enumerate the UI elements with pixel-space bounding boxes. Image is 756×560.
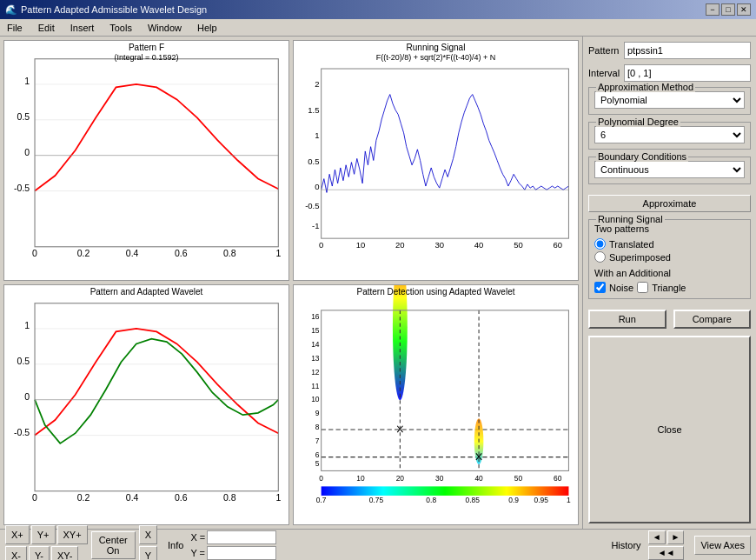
maximize-button[interactable]: □ [721,3,735,16]
menu-insert[interactable]: Insert [67,22,98,34]
translated-radio[interactable] [594,238,606,250]
svg-text:50: 50 [514,474,523,483]
xyplus-button[interactable]: XY+ [57,525,88,544]
svg-text:8: 8 [315,423,320,431]
svg-text:40: 40 [474,474,483,483]
center-on-label: On [107,545,120,556]
poly-degree-title: Polynomial Degree [596,117,680,127]
history-back-button[interactable]: ◄◄ [648,546,685,560]
compare-button[interactable]: Compare [673,310,752,329]
menu-bar: File Edit Insert Tools Window Help [0,19,756,37]
approx-method-select[interactable]: Polynomial Spline Wavelet [594,91,745,109]
svg-text:1: 1 [567,496,571,504]
svg-text:9: 9 [315,409,320,417]
svg-text:0: 0 [24,391,30,402]
menu-tools[interactable]: Tools [106,22,136,34]
view-axes-button[interactable]: View Axes [694,536,751,555]
svg-text:0: 0 [32,492,37,503]
running-signal-plot[interactable]: Running Signal F((t-20)/8) + sqrt(2)*F((… [293,40,579,281]
pattern-input[interactable] [624,42,751,59]
svg-text:0.75: 0.75 [369,496,384,504]
svg-text:0.95: 0.95 [534,496,549,504]
history-label: History [611,540,640,550]
menu-window[interactable]: Window [144,22,185,34]
detection-svg: 16 15 14 13 12 11 10 9 8 7 6 5 0 10 20 3… [294,285,578,524]
svg-text:12: 12 [311,368,320,377]
svg-text:0: 0 [319,474,323,483]
detection-plot[interactable]: Pattern Detection using Adapted Wavelet … [293,284,579,525]
minimize-button[interactable]: − [706,3,720,16]
run-button[interactable]: Run [588,310,666,329]
svg-text:0.5: 0.5 [308,157,319,166]
approximate-button[interactable]: Approximate [588,195,751,212]
close-button[interactable]: Close [588,336,751,523]
y-axis-button[interactable]: Y [139,546,157,561]
svg-text:15: 15 [311,326,320,335]
y-value-field[interactable] [207,546,276,560]
triangle-checkbox[interactable] [637,282,648,293]
svg-text:14: 14 [311,340,320,349]
svg-text:1: 1 [24,320,30,330]
superimposed-radio[interactable] [594,251,606,263]
wavelet-title: Pattern and Adapted Wavelet [4,287,288,297]
svg-text:20: 20 [396,474,405,483]
two-patterns-label: Two patterns [594,223,745,234]
pattern-f-svg: 1 0.5 0 -0.5 0 0.2 0.4 0.6 0.8 1 [4,41,288,280]
interval-input[interactable] [624,64,751,82]
x-value-field[interactable] [207,530,276,544]
running-signal-svg: 2 1.5 1 0.5 0 -0.5 -1 0 10 20 30 40 50 6… [294,41,578,280]
svg-text:10: 10 [356,240,366,250]
svg-text:13: 13 [311,354,320,363]
svg-text:1: 1 [315,130,319,140]
center-button[interactable]: Center On [91,531,136,559]
wavelet-plot[interactable]: Pattern and Adapted Wavelet 1 0.5 0 -0.5… [3,284,289,525]
noise-checkbox[interactable] [594,282,606,293]
interval-row: Interval [588,64,751,82]
svg-text:1: 1 [24,76,30,86]
pattern-f-plot[interactable]: Pattern F (Integral = 0.1592) 1 0.5 0 -0… [3,40,289,281]
close-window-button[interactable]: ✕ [737,3,751,16]
menu-edit[interactable]: Edit [35,22,58,34]
x-axis-button[interactable]: X [139,525,157,544]
poly-degree-group: Polynomial Degree 4 5 6 7 8 [588,122,751,150]
svg-text:10: 10 [356,474,365,483]
svg-rect-17 [322,69,569,238]
boundary-group: Boundary Conditions Continuous Periodic … [588,157,751,184]
y-eq-label: Y = [190,548,205,558]
running-signal-title: Running Signal F((t-20)/8) + sqrt(2)*F((… [294,43,578,62]
history-prev-button[interactable]: ◄ [648,530,666,544]
noise-row: Noise Triangle [594,282,745,293]
history-next-button[interactable]: ► [667,530,685,544]
svg-text:0.4: 0.4 [126,492,139,503]
pattern-row: Pattern [588,42,751,59]
app-title: Pattern Adapted Admissible Wavelet Desig… [21,4,207,15]
poly-degree-select[interactable]: 4 5 6 7 8 [594,126,745,143]
yminus-button[interactable]: Y- [29,546,50,561]
menu-help[interactable]: Help [194,22,221,34]
pattern-label: Pattern [588,45,620,56]
svg-text:0.5: 0.5 [17,111,30,122]
svg-text:0.6: 0.6 [175,492,188,503]
svg-text:-0.5: -0.5 [305,201,319,210]
svg-text:7: 7 [315,437,320,445]
svg-text:0.6: 0.6 [175,248,188,258]
svg-text:30: 30 [434,240,444,250]
svg-text:-1: -1 [312,221,319,230]
svg-text:0.85: 0.85 [465,496,480,504]
svg-text:0.8: 0.8 [223,248,236,258]
svg-text:0: 0 [319,240,323,250]
menu-file[interactable]: File [3,22,26,34]
translated-label: Translated [609,239,654,250]
svg-text:-0.5: -0.5 [14,183,30,193]
yplus-button[interactable]: Y+ [31,525,56,544]
xplus-button[interactable]: X+ [5,525,30,544]
svg-text:60: 60 [554,474,562,483]
xyminus-button[interactable]: XY- [51,546,78,561]
running-signal-group: Running Signal Two patterns Translated S… [588,219,751,299]
detection-title: Pattern Detection using Adapted Wavelet [294,287,578,297]
boundary-select[interactable]: Continuous Periodic Symmetric [594,161,745,178]
main-area: Pattern F (Integral = 0.1592) 1 0.5 0 -0… [0,37,756,529]
xminus-button[interactable]: X- [5,546,27,561]
superimposed-label: Superimposed [609,252,671,263]
wavelet-svg: 1 0.5 0 -0.5 0 0.2 0.4 0.6 0.8 1 [4,285,288,524]
